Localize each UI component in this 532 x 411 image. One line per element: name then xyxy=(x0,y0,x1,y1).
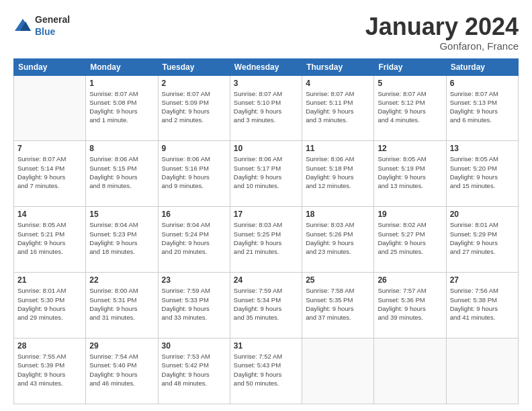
day-cell: 18Sunrise: 8:03 AMSunset: 5:26 PMDayligh… xyxy=(302,207,374,273)
day-cell: 30Sunrise: 7:53 AMSunset: 5:42 PMDayligh… xyxy=(158,338,230,404)
day-cell: 7Sunrise: 8:07 AMSunset: 5:14 PMDaylight… xyxy=(14,141,86,207)
day-number: 28 xyxy=(17,341,82,351)
logo-text: General Blue xyxy=(35,13,70,38)
day-number: 2 xyxy=(162,79,226,88)
day-cell: 28Sunrise: 7:55 AMSunset: 5:39 PMDayligh… xyxy=(14,338,86,404)
day-cell: 27Sunrise: 7:56 AMSunset: 5:38 PMDayligh… xyxy=(446,273,518,338)
day-info: Sunrise: 8:01 AMSunset: 5:29 PMDaylight:… xyxy=(450,220,515,256)
location: Gonfaron, France xyxy=(365,40,519,52)
day-number: 16 xyxy=(162,210,226,219)
day-cell: 12Sunrise: 8:05 AMSunset: 5:19 PMDayligh… xyxy=(374,141,446,207)
day-info: Sunrise: 7:55 AMSunset: 5:39 PMDaylight:… xyxy=(17,352,82,387)
day-cell: 24Sunrise: 7:59 AMSunset: 5:34 PMDayligh… xyxy=(230,273,302,338)
day-cell: 8Sunrise: 8:06 AMSunset: 5:15 PMDaylight… xyxy=(86,141,158,207)
day-cell: 15Sunrise: 8:04 AMSunset: 5:23 PMDayligh… xyxy=(86,207,158,273)
day-info: Sunrise: 8:04 AMSunset: 5:23 PMDaylight:… xyxy=(89,220,154,256)
day-cell: 16Sunrise: 8:04 AMSunset: 5:24 PMDayligh… xyxy=(158,207,230,273)
day-number: 18 xyxy=(306,210,370,219)
day-cell: 13Sunrise: 8:05 AMSunset: 5:20 PMDayligh… xyxy=(446,141,518,207)
day-info: Sunrise: 7:53 AMSunset: 5:42 PMDaylight:… xyxy=(162,352,226,387)
day-number: 25 xyxy=(306,275,370,285)
day-info: Sunrise: 8:06 AMSunset: 5:17 PMDaylight:… xyxy=(234,154,298,190)
week-row-3: 14Sunrise: 8:05 AMSunset: 5:21 PMDayligh… xyxy=(14,207,519,273)
day-number: 26 xyxy=(378,275,442,285)
day-info: Sunrise: 8:07 AMSunset: 5:11 PMDaylight:… xyxy=(306,89,370,125)
col-header-tuesday: Tuesday xyxy=(158,58,230,75)
day-cell: 2Sunrise: 8:07 AMSunset: 5:09 PMDaylight… xyxy=(158,75,230,141)
header: General Blue January 2024 Gonfaron, Fran… xyxy=(13,13,519,52)
day-info: Sunrise: 8:02 AMSunset: 5:27 PMDaylight:… xyxy=(378,220,442,256)
day-cell: 21Sunrise: 8:01 AMSunset: 5:30 PMDayligh… xyxy=(14,273,86,338)
day-cell xyxy=(374,338,446,404)
day-number: 19 xyxy=(378,210,442,219)
day-cell: 17Sunrise: 8:03 AMSunset: 5:25 PMDayligh… xyxy=(230,207,302,273)
logo: General Blue xyxy=(13,13,70,38)
month-title: January 2024 xyxy=(365,13,519,40)
calendar: SundayMondayTuesdayWednesdayThursdayFrid… xyxy=(13,58,519,404)
day-info: Sunrise: 8:07 AMSunset: 5:13 PMDaylight:… xyxy=(450,89,515,125)
day-number: 24 xyxy=(234,275,298,285)
col-header-sunday: Sunday xyxy=(14,58,86,75)
day-info: Sunrise: 7:59 AMSunset: 5:34 PMDaylight:… xyxy=(234,286,298,322)
col-header-wednesday: Wednesday xyxy=(230,58,302,75)
day-cell: 3Sunrise: 8:07 AMSunset: 5:10 PMDaylight… xyxy=(230,75,302,141)
day-number: 12 xyxy=(378,144,442,153)
day-cell xyxy=(446,338,518,404)
day-info: Sunrise: 8:07 AMSunset: 5:08 PMDaylight:… xyxy=(89,89,154,125)
day-number: 13 xyxy=(450,144,515,153)
day-number: 17 xyxy=(234,210,298,219)
col-header-saturday: Saturday xyxy=(446,58,518,75)
day-cell: 9Sunrise: 8:06 AMSunset: 5:16 PMDaylight… xyxy=(158,141,230,207)
day-info: Sunrise: 8:05 AMSunset: 5:19 PMDaylight:… xyxy=(378,154,442,190)
day-number: 6 xyxy=(450,79,515,88)
page: General Blue January 2024 Gonfaron, Fran… xyxy=(0,0,532,411)
day-number: 7 xyxy=(17,144,82,153)
day-number: 27 xyxy=(450,275,515,285)
day-info: Sunrise: 8:06 AMSunset: 5:15 PMDaylight:… xyxy=(89,154,154,190)
week-row-2: 7Sunrise: 8:07 AMSunset: 5:14 PMDaylight… xyxy=(14,141,519,207)
day-number: 1 xyxy=(89,79,154,88)
day-cell: 31Sunrise: 7:52 AMSunset: 5:43 PMDayligh… xyxy=(230,338,302,404)
day-number: 10 xyxy=(234,144,298,153)
day-number: 20 xyxy=(450,210,515,219)
day-number: 4 xyxy=(306,79,370,88)
day-cell: 1Sunrise: 8:07 AMSunset: 5:08 PMDaylight… xyxy=(86,75,158,141)
day-cell: 20Sunrise: 8:01 AMSunset: 5:29 PMDayligh… xyxy=(446,207,518,273)
day-info: Sunrise: 7:58 AMSunset: 5:35 PMDaylight:… xyxy=(306,286,370,322)
day-info: Sunrise: 8:07 AMSunset: 5:12 PMDaylight:… xyxy=(378,89,442,125)
day-number: 8 xyxy=(89,144,154,153)
day-cell: 10Sunrise: 8:06 AMSunset: 5:17 PMDayligh… xyxy=(230,141,302,207)
day-info: Sunrise: 8:05 AMSunset: 5:21 PMDaylight:… xyxy=(17,220,82,256)
calendar-header-row: SundayMondayTuesdayWednesdayThursdayFrid… xyxy=(14,58,519,75)
day-cell: 11Sunrise: 8:06 AMSunset: 5:18 PMDayligh… xyxy=(302,141,374,207)
day-number: 23 xyxy=(162,275,226,285)
day-info: Sunrise: 8:06 AMSunset: 5:18 PMDaylight:… xyxy=(306,154,370,190)
day-number: 14 xyxy=(17,210,82,219)
day-cell: 4Sunrise: 8:07 AMSunset: 5:11 PMDaylight… xyxy=(302,75,374,141)
day-cell xyxy=(302,338,374,404)
day-info: Sunrise: 8:03 AMSunset: 5:25 PMDaylight:… xyxy=(234,220,298,256)
day-cell: 6Sunrise: 8:07 AMSunset: 5:13 PMDaylight… xyxy=(446,75,518,141)
day-info: Sunrise: 7:54 AMSunset: 5:40 PMDaylight:… xyxy=(89,352,154,387)
day-info: Sunrise: 7:52 AMSunset: 5:43 PMDaylight:… xyxy=(234,352,298,387)
day-number: 22 xyxy=(89,275,154,285)
day-info: Sunrise: 8:06 AMSunset: 5:16 PMDaylight:… xyxy=(162,154,226,190)
day-number: 3 xyxy=(234,79,298,88)
day-info: Sunrise: 8:05 AMSunset: 5:20 PMDaylight:… xyxy=(450,154,515,190)
day-cell: 29Sunrise: 7:54 AMSunset: 5:40 PMDayligh… xyxy=(86,338,158,404)
col-header-thursday: Thursday xyxy=(302,58,374,75)
day-info: Sunrise: 7:57 AMSunset: 5:36 PMDaylight:… xyxy=(378,286,442,322)
day-cell: 25Sunrise: 7:58 AMSunset: 5:35 PMDayligh… xyxy=(302,273,374,338)
day-info: Sunrise: 8:00 AMSunset: 5:31 PMDaylight:… xyxy=(89,286,154,322)
day-number: 21 xyxy=(17,275,82,285)
logo-icon xyxy=(13,17,32,34)
week-row-5: 28Sunrise: 7:55 AMSunset: 5:39 PMDayligh… xyxy=(14,338,519,404)
day-info: Sunrise: 8:07 AMSunset: 5:10 PMDaylight:… xyxy=(234,89,298,125)
col-header-monday: Monday xyxy=(86,58,158,75)
title-area: January 2024 Gonfaron, France xyxy=(365,13,519,52)
day-cell: 19Sunrise: 8:02 AMSunset: 5:27 PMDayligh… xyxy=(374,207,446,273)
col-header-friday: Friday xyxy=(374,58,446,75)
day-number: 11 xyxy=(306,144,370,153)
day-cell: 5Sunrise: 8:07 AMSunset: 5:12 PMDaylight… xyxy=(374,75,446,141)
day-number: 9 xyxy=(162,144,226,153)
